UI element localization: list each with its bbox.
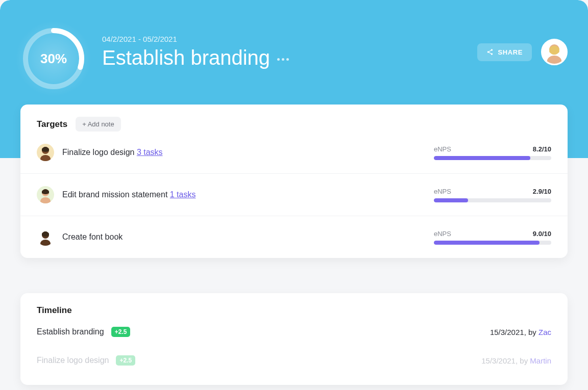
- metric-label: eNPS: [434, 188, 451, 195]
- target-row: Finalize logo design 3 taskseNPS8.2/10: [20, 139, 568, 173]
- progress-bar: [434, 198, 551, 202]
- metric: eNPS9.0/10: [434, 230, 551, 245]
- metric-value: 8.2/10: [533, 145, 551, 153]
- page-title: Establish branding: [102, 46, 270, 69]
- delta-badge: +2.5: [116, 355, 135, 366]
- metric-value: 9.0/10: [533, 230, 551, 238]
- tasks-link[interactable]: 3 tasks: [137, 148, 163, 157]
- assignee-avatar[interactable]: [37, 144, 54, 161]
- metric: eNPS8.2/10: [434, 145, 551, 160]
- more-icon[interactable]: [277, 55, 289, 61]
- metric: eNPS2.9/10: [434, 188, 551, 202]
- progress-bar: [434, 156, 551, 160]
- app-root: 30% 04/2/2021 - 05/2/2021 Establish bran…: [0, 0, 588, 390]
- header-actions: SHARE: [477, 25, 568, 65]
- timeline-row: Establish branding+2.515/3/2021, by Zac: [20, 318, 568, 346]
- share-icon: [486, 48, 494, 56]
- target-row: Create font book eNPS9.0/10: [20, 216, 568, 258]
- metric-label: eNPS: [434, 230, 451, 238]
- assignee-avatar[interactable]: [37, 186, 54, 203]
- timeline-meta: 15/3/2021, by Zac: [490, 328, 551, 336]
- target-title: Finalize logo design 3 tasks: [62, 148, 434, 157]
- timeline-item-title: Establish branding: [37, 327, 104, 336]
- targets-title: Targets: [37, 119, 67, 129]
- svg-point-4: [491, 53, 493, 55]
- progress-circle: 30%: [20, 25, 87, 92]
- target-title: Edit brand mission statement 1 tasks: [62, 190, 434, 199]
- timeline-item-title: Finalize logo design: [37, 356, 109, 365]
- svg-point-2: [491, 49, 493, 51]
- progress-bar: [434, 241, 551, 245]
- target-title: Create font book: [62, 232, 434, 242]
- timeline-author-link[interactable]: Zac: [538, 328, 551, 336]
- delta-badge: +2.5: [111, 327, 131, 337]
- metric-value: 2.9/10: [533, 188, 551, 195]
- timeline-card: Timeline Establish branding+2.515/3/2021…: [20, 293, 568, 385]
- header-text: 04/2/2021 - 05/2/2021 Establish branding: [102, 25, 477, 69]
- add-note-button[interactable]: + Add note: [76, 117, 121, 132]
- date-range: 04/2/2021 - 05/2/2021: [102, 35, 477, 43]
- timeline-row: Finalize logo design+2.515/3/2021, by Ma…: [20, 346, 568, 375]
- share-label: SHARE: [498, 48, 523, 56]
- svg-point-3: [487, 51, 489, 53]
- timeline-author-link[interactable]: Martin: [530, 356, 551, 365]
- targets-card: Targets + Add note Finalize logo design …: [20, 105, 568, 258]
- metric-label: eNPS: [434, 145, 451, 153]
- assignee-avatar[interactable]: [37, 228, 54, 246]
- target-row: Edit brand mission statement 1 taskseNPS…: [20, 173, 568, 216]
- timeline-meta: 15/3/2021, by Martin: [481, 356, 551, 365]
- progress-percent-label: 30%: [20, 25, 87, 92]
- user-avatar[interactable]: [541, 39, 568, 65]
- share-button[interactable]: SHARE: [477, 43, 532, 61]
- tasks-link[interactable]: 1 tasks: [170, 190, 196, 199]
- timeline-title: Timeline: [37, 305, 72, 316]
